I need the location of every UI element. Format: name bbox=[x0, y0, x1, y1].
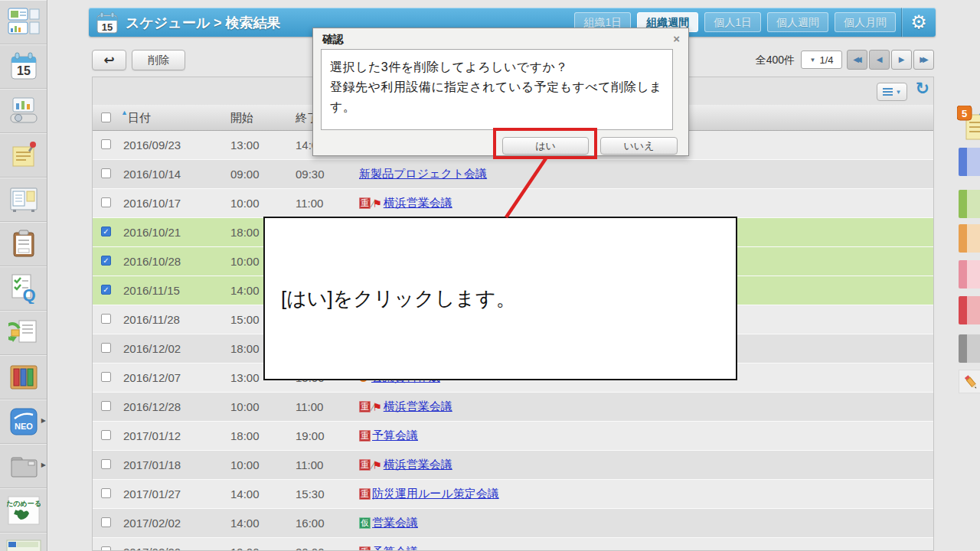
close-icon[interactable]: × bbox=[673, 32, 680, 45]
sidebar-item-report[interactable] bbox=[0, 222, 47, 266]
svg-text:NEO: NEO bbox=[15, 422, 33, 431]
event-link[interactable]: 営業会議 bbox=[372, 516, 418, 530]
cell-start: 18:00 bbox=[230, 218, 260, 246]
sidebar-item-presentation[interactable] bbox=[0, 89, 47, 133]
view-button[interactable]: 個人週間 bbox=[767, 12, 828, 32]
delete-button[interactable]: 削除 bbox=[132, 50, 185, 70]
row-checkbox[interactable] bbox=[101, 372, 111, 382]
row-checkbox[interactable]: ✓ bbox=[101, 227, 111, 236]
row-checkbox[interactable] bbox=[101, 197, 111, 207]
sidebar-item-memo[interactable] bbox=[0, 133, 47, 178]
cell-title: 新製品プロジェクト会議 bbox=[359, 160, 487, 188]
row-checkbox[interactable] bbox=[101, 401, 111, 411]
page-indicator: 1/4 bbox=[819, 54, 833, 66]
notification-badge: 5 bbox=[962, 108, 967, 119]
last-page-button[interactable]: ▶▶ bbox=[913, 50, 934, 70]
cell-date: 2017/01/27 bbox=[123, 480, 181, 508]
clipboard-icon bbox=[9, 229, 38, 259]
cell-end: 11:00 bbox=[296, 393, 323, 421]
list-menu-button[interactable]: ▼ bbox=[877, 83, 907, 101]
no-button[interactable]: いいえ bbox=[600, 137, 678, 155]
svg-text:たのめーる: たのめーる bbox=[7, 500, 41, 507]
folder-icon bbox=[8, 453, 39, 479]
first-page-button[interactable]: ◀◀ bbox=[847, 50, 867, 70]
expand-arrow-icon[interactable]: ▶ bbox=[41, 417, 46, 424]
view-button[interactable]: 個人1日 bbox=[704, 12, 761, 32]
row-checkbox[interactable] bbox=[101, 517, 111, 527]
settings-button[interactable]: ⚙ bbox=[901, 8, 936, 37]
row-checkbox[interactable] bbox=[101, 430, 111, 440]
sidebar-item-tanomeru[interactable]: たのめーる bbox=[0, 488, 47, 533]
row-checkbox[interactable] bbox=[101, 168, 111, 178]
cell-end: 15:30 bbox=[296, 480, 325, 508]
repeat-badge: 重 bbox=[359, 430, 371, 442]
column-header-date[interactable]: 日付 bbox=[128, 105, 151, 130]
cell-date: 2016/12/07 bbox=[123, 364, 181, 392]
cell-date: 2016/11/15 bbox=[123, 276, 180, 305]
pink-chip[interactable] bbox=[959, 260, 980, 289]
sidebar-item-banner[interactable] bbox=[0, 533, 47, 551]
sort-asc-icon: ▲ bbox=[121, 109, 128, 116]
row-checkbox[interactable] bbox=[101, 546, 111, 551]
event-link[interactable]: 横浜営業会議 bbox=[384, 196, 452, 210]
view-button[interactable]: 個人月間 bbox=[835, 12, 896, 32]
svg-text:15: 15 bbox=[17, 64, 31, 77]
row-checkbox[interactable] bbox=[101, 343, 111, 353]
orange-chip[interactable] bbox=[959, 224, 980, 253]
cell-date: 2016/09/23 bbox=[123, 131, 181, 159]
cell-end: 11:00 bbox=[296, 189, 323, 217]
refresh-icon[interactable]: ↻ bbox=[916, 79, 929, 99]
cell-end: 16:00 bbox=[296, 509, 325, 537]
row-checkbox[interactable] bbox=[101, 488, 111, 498]
tanomeru-icon: たのめーる bbox=[7, 495, 41, 526]
select-all-checkbox[interactable] bbox=[101, 112, 111, 122]
page-select[interactable]: ▼ 1/4 bbox=[801, 51, 842, 69]
row-checkbox[interactable]: ✓ bbox=[101, 256, 111, 266]
red-chip[interactable] bbox=[959, 296, 980, 324]
cell-start: 10:00 bbox=[230, 189, 260, 217]
sidebar-item-portal[interactable] bbox=[0, 0, 47, 44]
row-checkbox[interactable]: ✓ bbox=[101, 285, 111, 295]
sidebar-item-workflow[interactable] bbox=[0, 311, 47, 355]
row-checkbox[interactable] bbox=[101, 139, 111, 149]
gray-chip[interactable] bbox=[959, 334, 980, 363]
sidebar-item-bulletin-board[interactable] bbox=[0, 178, 47, 222]
event-link[interactable]: 予算会議 bbox=[372, 429, 418, 443]
cell-start: 09:00 bbox=[230, 160, 260, 188]
repeat-badge: 重 bbox=[359, 459, 371, 471]
cell-date: 2016/10/21 bbox=[123, 218, 181, 246]
highlight-rectangle bbox=[493, 128, 597, 159]
cell-start: 18:00 bbox=[230, 334, 260, 363]
event-link[interactable]: 横浜営業会議 bbox=[384, 458, 452, 472]
event-link[interactable]: 新製品プロジェクト会議 bbox=[359, 167, 487, 181]
cell-start: 13:00 bbox=[230, 364, 260, 392]
prev-page-button[interactable]: ◀ bbox=[869, 50, 890, 70]
blue-chip[interactable] bbox=[959, 148, 980, 176]
cell-start: 18:00 bbox=[230, 422, 260, 450]
sidebar-item-folder[interactable]: ▶ bbox=[0, 444, 47, 488]
table-row: 2017/01/1218:0019:00重予算会議 bbox=[93, 422, 933, 451]
cell-start: 15:00 bbox=[230, 305, 260, 334]
back-button[interactable]: ↩ bbox=[92, 50, 126, 70]
repeat-badge: 重 bbox=[359, 546, 371, 551]
notification-icon[interactable]: 5 bbox=[957, 106, 980, 144]
row-checkbox[interactable] bbox=[101, 459, 111, 469]
sidebar-item-schedule[interactable]: 15 bbox=[0, 44, 47, 89]
expand-arrow-icon[interactable]: ▶ bbox=[41, 461, 46, 468]
event-link[interactable]: 横浜営業会議 bbox=[384, 399, 452, 414]
sidebar-item-neo[interactable]: NEO ▶ bbox=[0, 399, 47, 444]
cell-title: 重防災運用ルール策定会議 bbox=[359, 480, 499, 508]
prev-page-icon: ◀ bbox=[877, 55, 883, 64]
row-checkbox[interactable] bbox=[101, 314, 111, 324]
sidebar-item-cabinet[interactable] bbox=[0, 355, 47, 399]
column-header-start[interactable]: 開始 bbox=[230, 105, 253, 130]
next-page-button[interactable]: ▶ bbox=[891, 50, 912, 70]
cell-date: 2016/10/17 bbox=[123, 189, 181, 217]
edit-button[interactable] bbox=[959, 370, 980, 393]
green-chip[interactable] bbox=[959, 190, 980, 218]
sidebar-item-survey[interactable]: Q bbox=[0, 266, 47, 311]
event-link[interactable]: 予算会議 bbox=[372, 545, 418, 551]
event-link[interactable]: 防災運用ルール策定会議 bbox=[372, 487, 499, 501]
screen: 15 bbox=[0, 0, 980, 551]
memo-icon bbox=[9, 141, 38, 170]
